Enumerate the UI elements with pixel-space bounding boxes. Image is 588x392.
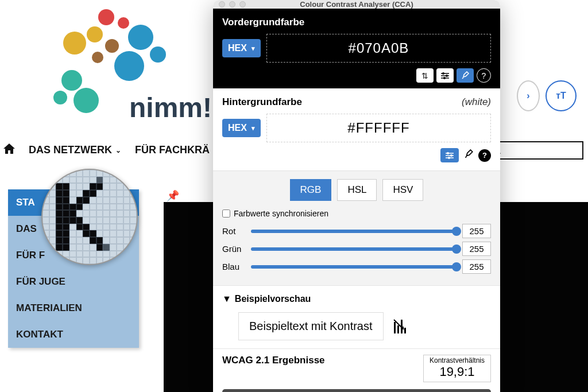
sidebar-item-jugendliche[interactable]: FÜR JUGE <box>8 269 139 295</box>
criterion-disclosure[interactable]: ▶ 1.4.3 Kontrast (minimum) (AA) <box>222 389 491 392</box>
svg-point-0 <box>98 9 114 25</box>
main-nav: DAS NETZWERK ⌄ FÜR FACHKRÄ <box>0 143 210 157</box>
svg-point-11 <box>74 88 99 113</box>
sidebar-item-kontakt[interactable]: KONTAKT <box>8 321 139 348</box>
channel-red-value[interactable]: 255 <box>462 224 491 238</box>
foreground-label: Vordergrundfarbe <box>222 17 491 28</box>
channel-red-slider[interactable] <box>251 230 457 233</box>
triangle-down-icon: ▼ <box>222 294 231 304</box>
channel-blue-label: Blau <box>222 262 245 271</box>
foreground-value-input[interactable]: #070A0B <box>266 34 491 63</box>
chevron-down-icon: ▾ <box>252 125 255 132</box>
svg-point-9 <box>61 70 82 91</box>
window-titlebar[interactable]: Colour Contrast Analyser (CCA) <box>213 0 500 9</box>
results-heading: WCAG 2.1 Ergebnisse <box>222 355 325 366</box>
svg-point-2 <box>63 32 86 55</box>
foreground-section: Vordergrundfarbe HEX ▾ #070A0B ⇅ ? <box>213 9 500 88</box>
background-color-name: (white) <box>462 96 491 108</box>
foreground-format-select[interactable]: HEX ▾ <box>222 39 261 57</box>
svg-point-16 <box>450 154 452 157</box>
mode-tab-hsl[interactable]: HSL <box>337 179 377 201</box>
channel-red-label: Rot <box>222 226 245 236</box>
preview-disclosure[interactable]: ▼ Beispielvorschau <box>222 294 491 304</box>
contrast-sample-text: Beispieltext mit Kontrast <box>238 312 384 340</box>
svg-point-14 <box>443 77 446 79</box>
window-controls[interactable] <box>219 1 246 7</box>
site-logo: nimm! <box>40 3 212 118</box>
logo-wordmark: nimm! <box>129 92 212 123</box>
swap-colors-button[interactable]: ⇅ <box>416 68 434 83</box>
contrast-ratio-readout: Kontrastverhältnis 19,9:1 <box>423 355 491 382</box>
channel-blue-value[interactable]: 255 <box>462 259 491 274</box>
a11y-button-partial[interactable]: › <box>517 80 540 111</box>
channel-green-value[interactable]: 255 <box>462 242 491 256</box>
color-picker-loupe[interactable] <box>41 169 138 265</box>
background-value-input[interactable]: #FFFFFF <box>266 114 491 142</box>
top-accessibility-buttons: › тT <box>517 80 577 111</box>
foreground-sliders-button[interactable] <box>436 68 454 83</box>
svg-point-17 <box>448 157 450 159</box>
chevron-down-icon: ▾ <box>252 45 255 52</box>
svg-point-13 <box>446 75 448 77</box>
svg-point-7 <box>150 46 166 63</box>
home-icon[interactable] <box>3 143 15 157</box>
text-size-button[interactable]: тT <box>546 80 577 111</box>
foreground-help-button[interactable]: ? <box>477 68 491 83</box>
foreground-eyedropper-button[interactable] <box>457 68 474 83</box>
chevron-down-icon: ⌄ <box>115 146 121 154</box>
nav-item-network[interactable]: DAS NETZWERK ⌄ <box>29 144 121 156</box>
sidebar-item-materialien[interactable]: MATERIALIEN <box>8 295 139 321</box>
svg-point-1 <box>118 17 129 29</box>
nav-item-fachkraefte[interactable]: FÜR FACHKRÄ <box>135 144 210 156</box>
background-section: Hintergrundfarbe (white) HEX ▾ #FFFFFF ? <box>213 88 500 170</box>
background-sliders-button[interactable] <box>440 148 459 162</box>
svg-point-10 <box>53 91 67 104</box>
background-format-select[interactable]: HEX ▾ <box>222 119 261 137</box>
preview-section: ▼ Beispielvorschau Beispieltext mit Kont… <box>213 285 500 348</box>
background-label: Hintergrundfarbe <box>222 96 491 108</box>
svg-point-3 <box>87 26 103 42</box>
svg-point-12 <box>442 72 444 75</box>
channel-green-slider[interactable] <box>251 247 457 251</box>
background-help-button[interactable]: ? <box>478 149 491 162</box>
channel-blue-slider[interactable] <box>251 265 457 269</box>
sync-colors-checkbox[interactable]: Farbwerte synchronisieren <box>222 209 491 218</box>
cca-window: Colour Contrast Analyser (CCA) Vordergru… <box>213 0 500 392</box>
mode-tab-rgb[interactable]: RGB <box>290 179 332 201</box>
background-eyedropper-button[interactable] <box>463 149 474 162</box>
svg-point-8 <box>114 51 144 81</box>
svg-point-4 <box>105 39 119 53</box>
svg-point-6 <box>128 25 153 50</box>
channel-green-label: Grün <box>222 244 245 254</box>
pin-icon: 📌 <box>167 189 179 202</box>
window-title: Colour Contrast Analyser (CCA) <box>300 0 413 9</box>
color-mode-section: RGB HSL HSV Farbwerte synchronisieren Ro… <box>213 170 500 285</box>
results-section: WCAG 2.1 Ergebnisse Kontrastverhältnis 1… <box>213 348 500 392</box>
svg-point-15 <box>447 152 449 154</box>
svg-point-5 <box>92 52 103 63</box>
chart-decline-icon <box>392 316 412 337</box>
mode-tab-hsv[interactable]: HSV <box>382 179 423 201</box>
